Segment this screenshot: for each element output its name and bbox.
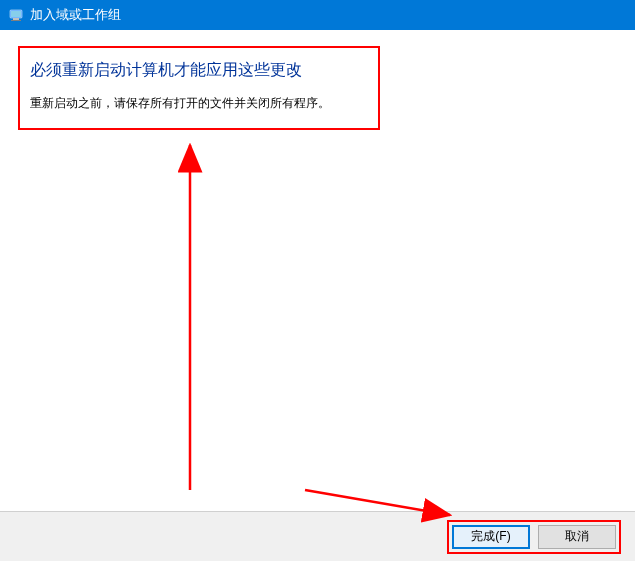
finish-button[interactable]: 完成(F) <box>452 525 530 549</box>
window-title: 加入域或工作组 <box>30 6 121 24</box>
svg-rect-2 <box>13 18 19 20</box>
annotation-highlight-buttons: 完成(F) 取消 <box>447 520 621 554</box>
svg-rect-3 <box>11 20 21 21</box>
restart-heading: 必须重新启动计算机才能应用这些更改 <box>30 60 362 81</box>
restart-subtext: 重新启动之前，请保存所有打开的文件并关闭所有程序。 <box>30 95 362 112</box>
titlebar: 加入域或工作组 <box>0 0 635 30</box>
content-area: 必须重新启动计算机才能应用这些更改 重新启动之前，请保存所有打开的文件并关闭所有… <box>0 30 635 511</box>
cancel-button[interactable]: 取消 <box>538 525 616 549</box>
computer-icon <box>8 7 24 23</box>
annotation-highlight-box: 必须重新启动计算机才能应用这些更改 重新启动之前，请保存所有打开的文件并关闭所有… <box>18 46 380 130</box>
svg-rect-1 <box>11 11 21 17</box>
dialog-footer: 完成(F) 取消 <box>0 511 635 561</box>
